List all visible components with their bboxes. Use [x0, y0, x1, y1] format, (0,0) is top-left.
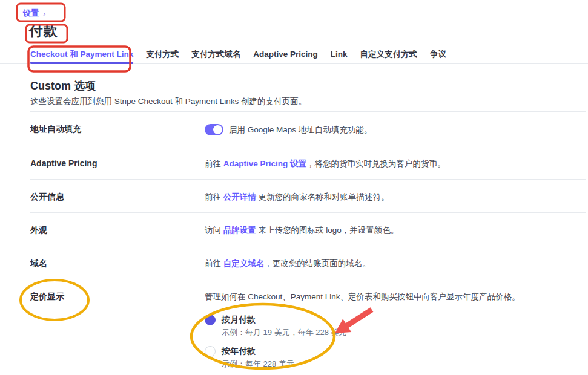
- row-appearance: 外观 访问 品牌设置 来上传您的图标或 logo，并设置颜色。: [30, 212, 586, 246]
- toggle-description: 启用 Google Maps 地址自动填充功能。: [229, 125, 372, 135]
- radio-label: 按月付款: [222, 315, 347, 325]
- row-description: 前往 自定义域名，更改您的结账页面的域名。: [205, 258, 371, 269]
- row-description: 访问 品牌设置 来上传您的图标或 logo，并设置颜色。: [205, 225, 398, 235]
- branding-settings-link[interactable]: 品牌设置: [223, 226, 256, 235]
- section-subtitle: 这些设置会应用到您用 Stripe Checkout 和 Payment Lin…: [30, 96, 306, 107]
- row-label: 定价显示: [30, 292, 205, 375]
- pricing-display-description: 管理如何在 Checkout、Payment Link、定价表和购买按钮中向客户…: [205, 292, 520, 302]
- address-autocomplete-toggle[interactable]: [205, 124, 223, 135]
- row-description: 前往 公开详情 更新您的商家名称和对账单描述符。: [205, 192, 389, 202]
- row-public-info: 公开信息 前往 公开详情 更新您的商家名称和对账单描述符。: [30, 179, 586, 212]
- tab-payment-method-domains[interactable]: 支付方式域名: [191, 47, 240, 63]
- public-details-link[interactable]: 公开详情: [223, 192, 256, 201]
- text-segment: ，将您的货币实时兑换为客户的货币。: [306, 159, 446, 168]
- radio-example: 示例：每年 228 美元: [222, 359, 294, 368]
- text-segment: 前往: [205, 259, 223, 268]
- payments-settings-page: 设置 › 付款 Checkout 和 Payment Link 支付方式 支付方…: [0, 0, 588, 375]
- breadcrumb-settings-link[interactable]: 设置: [23, 8, 39, 19]
- section-title: Custom 选项: [30, 79, 96, 93]
- text-segment: 更新您的商家名称和对账单描述符。: [256, 192, 389, 201]
- row-pricing-display: 定价显示 管理如何在 Checkout、Payment Link、定价表和购买按…: [30, 279, 586, 375]
- tab-checkout-payment-link[interactable]: Checkout 和 Payment Link: [30, 47, 133, 63]
- row-label: Adaptive Pricing: [30, 158, 205, 169]
- row-description: 前往 Adaptive Pricing 设置，将您的货币实时兑换为客户的货币。: [205, 158, 446, 169]
- adaptive-pricing-settings-link[interactable]: Adaptive Pricing 设置: [223, 159, 306, 168]
- breadcrumb[interactable]: 设置 ›: [23, 8, 45, 19]
- tab-disputes[interactable]: 争议: [430, 47, 446, 63]
- row-label: 地址自动填充: [30, 124, 205, 135]
- chevron-right-icon: ›: [43, 9, 45, 18]
- text-segment: 访问: [205, 226, 223, 235]
- radio-option-yearly[interactable]: 按年付款 示例：每年 228 美元: [205, 346, 520, 368]
- page-title: 付款: [29, 22, 58, 41]
- tab-bar: Checkout 和 Payment Link 支付方式 支付方式域名 Adap…: [0, 47, 588, 64]
- row-label: 外观: [30, 225, 205, 235]
- row-address-autocomplete: 地址自动填充 启用 Google Maps 地址自动填充功能。: [30, 111, 586, 146]
- radio-yearly[interactable]: [205, 346, 216, 357]
- pricing-display-radio-group: 按月付款 示例：每月 19 美元，每年 228 美元 按年付款 示例：每年 22…: [205, 315, 520, 368]
- row-label: 域名: [30, 258, 205, 269]
- text-segment: 前往: [205, 192, 223, 201]
- radio-monthly[interactable]: [205, 315, 216, 325]
- settings-rows: 地址自动填充 启用 Google Maps 地址自动填充功能。 Adaptive…: [30, 111, 586, 375]
- custom-domain-link[interactable]: 自定义域名: [223, 259, 265, 268]
- radio-example: 示例：每月 19 美元，每年 228 美元: [222, 328, 347, 337]
- tab-link[interactable]: Link: [331, 47, 348, 63]
- row-domain: 域名 前往 自定义域名，更改您的结账页面的域名。: [30, 246, 586, 279]
- tab-adaptive-pricing[interactable]: Adaptive Pricing: [253, 47, 318, 63]
- tab-payment-methods[interactable]: 支付方式: [146, 47, 179, 63]
- text-segment: 前往: [205, 159, 223, 168]
- text-segment: 来上传您的图标或 logo，并设置颜色。: [256, 226, 399, 235]
- row-label: 公开信息: [30, 192, 205, 202]
- text-segment: ，更改您的结账页面的域名。: [264, 259, 371, 268]
- radio-label: 按年付款: [222, 346, 294, 356]
- row-adaptive-pricing: Adaptive Pricing 前往 Adaptive Pricing 设置，…: [30, 146, 586, 179]
- tab-custom-payment-methods[interactable]: 自定义支付方式: [360, 47, 418, 63]
- radio-option-monthly[interactable]: 按月付款 示例：每月 19 美元，每年 228 美元: [205, 315, 520, 337]
